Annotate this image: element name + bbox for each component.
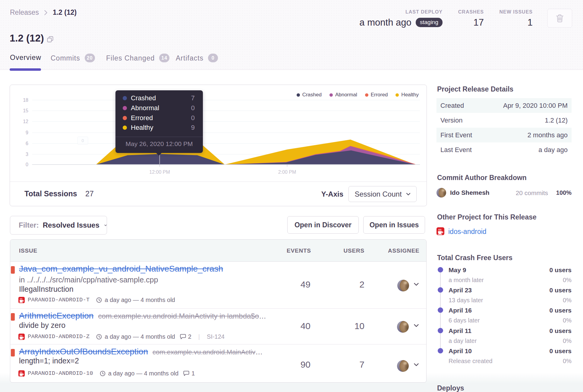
svg-text:9: 9: [26, 130, 28, 135]
svg-text:18: 18: [23, 98, 28, 103]
svg-text:12:00 PM: 12:00 PM: [149, 170, 170, 175]
svg-text:3: 3: [26, 152, 28, 157]
svg-text:15: 15: [23, 108, 28, 113]
svg-text:12: 12: [23, 119, 28, 124]
svg-text:2:00 PM: 2:00 PM: [278, 170, 296, 175]
svg-text:0: 0: [26, 162, 28, 167]
svg-text:6: 6: [26, 141, 28, 146]
svg-text:0: 0: [82, 138, 84, 143]
